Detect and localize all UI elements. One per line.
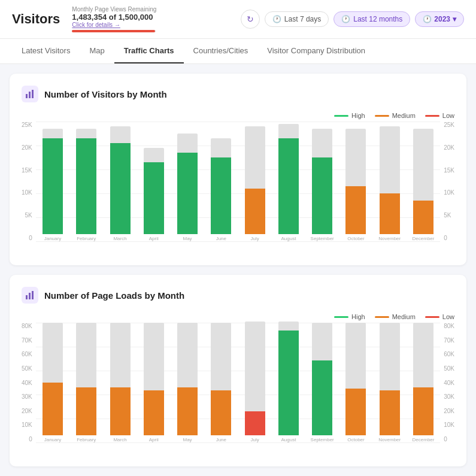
bar-label: December — [413, 437, 435, 442]
bar-segment-gray — [278, 124, 299, 138]
bar-segment-gray — [312, 129, 332, 157]
bar-group: May — [171, 323, 204, 442]
page-loads-legend-medium: Medium — [375, 313, 416, 320]
bar-segment-green — [278, 331, 299, 435]
header-right: ↻ 🕐 Last 7 days 🕐 Last 12 months 🕐 2023 … — [241, 10, 464, 29]
bar-label: July — [251, 236, 259, 241]
bar-segment-green — [312, 360, 332, 435]
bar-segment-gray — [345, 129, 366, 186]
bar-label: August — [281, 236, 296, 241]
bar-label: June — [216, 236, 226, 241]
bar-segment-gray — [211, 138, 231, 157]
app-title: Visitors — [12, 11, 60, 27]
main-content: Number of Visitors by Month High Medium … — [0, 64, 476, 476]
year-label: 2023 — [434, 15, 450, 23]
last-12-months-filter[interactable]: 🕐 Last 12 months — [333, 11, 410, 27]
pl-legend-high-line — [334, 316, 348, 318]
bar-label: May — [183, 236, 192, 241]
bar-segment-orange — [76, 387, 96, 435]
chart-header-2: Number of Page Loads by Month — [22, 287, 454, 304]
visitors-legend: High Medium Low — [22, 112, 454, 119]
refresh-button[interactable]: ↻ — [241, 10, 260, 29]
bar-segment-green — [110, 143, 131, 234]
bar-segment-gray — [345, 323, 366, 389]
page-loads-chart-area: 80K 70K 60K 50K 40K 30K 20K 10K 0 Januar… — [22, 323, 454, 454]
clock-icon-2: 🕐 — [341, 15, 350, 23]
legend-high-line — [334, 115, 348, 117]
visitors-chart-area: 25K 20K 15K 10K 5K 0 JanuaryFebruaryMarc… — [22, 122, 454, 253]
bar-segment-gray — [380, 126, 400, 193]
bar-group: March — [103, 323, 137, 442]
bar-segment-orange — [245, 189, 265, 234]
bar-segment-green — [144, 162, 164, 234]
chart-icon-2 — [22, 287, 38, 304]
bar-label: January — [44, 236, 61, 241]
legend-low-line — [425, 115, 439, 117]
svg-rect-1 — [29, 92, 31, 98]
y-axis-right: 25K 20K 15K 10K 5K 0 — [440, 122, 454, 241]
y-axis-left: 25K 20K 15K 10K 5K 0 — [22, 122, 36, 241]
last-7-days-filter[interactable]: 🕐 Last 7 days — [265, 11, 329, 27]
bar-label: February — [77, 236, 96, 241]
bar-group: January — [36, 129, 69, 241]
tab-countries-cities[interactable]: Countries/Cities — [184, 39, 258, 63]
bar-segment-gray — [413, 129, 433, 201]
legend-high-label: High — [351, 112, 365, 119]
click-for-details[interactable]: Click for details → — [72, 22, 156, 28]
tab-latest-visitors[interactable]: Latest Visitors — [12, 39, 80, 63]
bar-segment-green — [278, 138, 299, 234]
pl-y-axis-left: 80K 70K 60K 50K 40K 30K 20K 10K 0 — [22, 323, 36, 442]
page-info: Monthly Page Views Remaining 1,483,354 o… — [72, 6, 156, 32]
bar-segment-orange — [43, 383, 63, 435]
last-7-days-label: Last 7 days — [284, 15, 321, 23]
bar-segment-gray — [380, 323, 400, 390]
bar-segment-red — [245, 411, 265, 435]
bar-group: November — [373, 126, 407, 241]
bar-label: December — [413, 236, 435, 241]
bar-group: October — [339, 129, 372, 241]
bar-label: September — [311, 236, 334, 241]
bar-segment-gray — [211, 323, 231, 390]
legend-low: Low — [425, 112, 454, 119]
bar-segment-orange — [177, 387, 198, 435]
pl-legend-medium-line — [375, 316, 389, 318]
year-selector[interactable]: 🕐 2023 ▾ — [415, 11, 464, 27]
bar-label: September — [311, 437, 334, 442]
legend-medium: Medium — [375, 112, 416, 119]
bar-group: September — [305, 323, 339, 442]
tab-map[interactable]: Map — [80, 39, 114, 63]
bar-group: February — [69, 129, 103, 241]
bar-label: June — [216, 437, 226, 442]
clock-icon: 🕐 — [272, 15, 281, 23]
svg-rect-4 — [29, 293, 31, 299]
bar-segment-green — [312, 157, 332, 234]
bar-label: July — [251, 437, 259, 442]
bar-group: December — [407, 129, 440, 241]
bar-label: November — [378, 236, 401, 241]
page-info-label: Monthly Page Views Remaining — [72, 6, 156, 13]
page-loads-legend: High Medium Low — [22, 313, 454, 320]
visitors-chart-card: Number of Visitors by Month High Medium … — [10, 74, 466, 265]
bar-group: December — [407, 323, 440, 442]
bar-segment-gray — [43, 129, 63, 138]
bar-segment-orange — [110, 387, 131, 435]
bar-segment-gray — [177, 323, 198, 387]
bar-label: August — [281, 437, 296, 442]
tab-visitor-company-distribution[interactable]: Visitor Company Distribution — [257, 39, 375, 63]
bar-label: March — [113, 437, 126, 442]
bar-segment-orange — [144, 390, 164, 435]
visitors-bars-container: JanuaryFebruaryMarchAprilMayJuneJulyAugu… — [36, 122, 440, 253]
bar-label: April — [149, 236, 159, 241]
bar-segment-gray — [413, 323, 433, 387]
bar-label: October — [347, 437, 364, 442]
bar-group: August — [272, 322, 305, 442]
svg-rect-2 — [32, 90, 34, 98]
progress-bar — [72, 30, 156, 32]
bar-segment-gray — [144, 148, 164, 162]
svg-rect-5 — [32, 291, 34, 299]
tab-traffic-charts[interactable]: Traffic Charts — [114, 39, 184, 63]
page-loads-legend-high: High — [334, 313, 365, 320]
bar-segment-orange — [380, 193, 400, 234]
pl-y-axis-right: 80K 70K 60K 50K 40K 30K 20K 10K 0 — [440, 323, 454, 442]
bar-group: November — [373, 323, 407, 442]
